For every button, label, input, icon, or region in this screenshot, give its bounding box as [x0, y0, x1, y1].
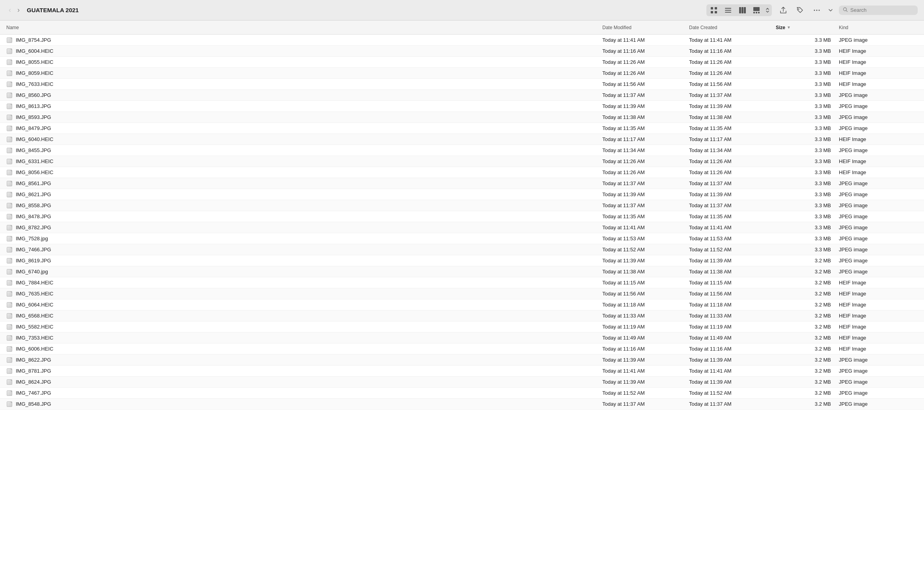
- file-name-cell: IMG_7467.JPG: [6, 390, 602, 396]
- nav-buttons: ‹ ›: [6, 5, 22, 15]
- file-name-cell: IMG_6568.HEIC: [6, 313, 602, 319]
- table-row[interactable]: IMG_8782.JPG Today at 11:41 AM Today at …: [0, 222, 924, 233]
- table-row[interactable]: IMG_8558.JPG Today at 11:37 AM Today at …: [0, 200, 924, 211]
- file-name-cell: IMG_8622.JPG: [6, 357, 602, 363]
- table-row[interactable]: IMG_8560.JPG Today at 11:37 AM Today at …: [0, 90, 924, 101]
- file-name: IMG_8560.JPG: [16, 92, 51, 98]
- file-icon: [6, 368, 13, 374]
- table-row[interactable]: IMG_8056.HEIC Today at 11:26 AM Today at…: [0, 167, 924, 178]
- table-row[interactable]: IMG_8619.JPG Today at 11:39 AM Today at …: [0, 255, 924, 266]
- file-name: IMG_6331.HEIC: [16, 158, 53, 164]
- column-headers: Name Date Modified Date Created Size ▼ K…: [0, 20, 924, 35]
- file-date-created: Today at 11:39 AM: [689, 379, 776, 385]
- table-row[interactable]: IMG_8455.JPG Today at 11:34 AM Today at …: [0, 145, 924, 156]
- view-gallery-button[interactable]: [750, 5, 763, 15]
- search-box[interactable]: [839, 6, 918, 15]
- search-icon: [843, 7, 848, 13]
- table-row[interactable]: IMG_6064.HEIC Today at 11:18 AM Today at…: [0, 299, 924, 310]
- table-row[interactable]: IMG_5582.HEIC Today at 11:19 AM Today at…: [0, 321, 924, 332]
- forward-button[interactable]: ›: [15, 5, 22, 15]
- file-icon: [6, 225, 13, 231]
- table-row[interactable]: IMG_7467.JPG Today at 11:52 AM Today at …: [0, 388, 924, 399]
- table-row[interactable]: IMG_8478.JPG Today at 11:35 AM Today at …: [0, 211, 924, 222]
- back-button[interactable]: ‹: [6, 5, 13, 15]
- table-row[interactable]: IMG_6004.HEIC Today at 11:16 AM Today at…: [0, 46, 924, 57]
- file-date-created: Today at 11:37 AM: [689, 202, 776, 208]
- sort-arrow-icon: ▼: [787, 25, 791, 30]
- file-date-created: Today at 11:34 AM: [689, 147, 776, 153]
- table-row[interactable]: IMG_7353.HEIC Today at 11:49 AM Today at…: [0, 332, 924, 343]
- table-row[interactable]: IMG_7466.JPG Today at 11:52 AM Today at …: [0, 244, 924, 255]
- col-header-date-modified[interactable]: Date Modified: [602, 25, 689, 30]
- table-row[interactable]: IMG_8548.JPG Today at 11:37 AM Today at …: [0, 399, 924, 410]
- table-row[interactable]: IMG_8621.JPG Today at 11:39 AM Today at …: [0, 189, 924, 200]
- file-size: 3.3 MB: [776, 48, 839, 54]
- col-header-size[interactable]: Size ▼: [776, 25, 839, 30]
- file-list: IMG_8754.JPG Today at 11:41 AM Today at …: [0, 35, 924, 583]
- table-row[interactable]: IMG_6740.jpg Today at 11:38 AM Today at …: [0, 266, 924, 277]
- file-date-modified: Today at 11:39 AM: [602, 258, 689, 264]
- file-date-created: Today at 11:41 AM: [689, 368, 776, 374]
- file-name-cell: IMG_6004.HEIC: [6, 48, 602, 54]
- share-button[interactable]: [777, 5, 790, 15]
- table-row[interactable]: IMG_6040.HEIC Today at 11:17 AM Today at…: [0, 134, 924, 145]
- file-icon-img: [7, 335, 12, 341]
- table-row[interactable]: IMG_7633.HEIC Today at 11:56 AM Today at…: [0, 79, 924, 90]
- file-date-modified: Today at 11:16 AM: [602, 346, 689, 352]
- file-date-created: Today at 11:49 AM: [689, 335, 776, 341]
- table-row[interactable]: IMG_7635.HEIC Today at 11:56 AM Today at…: [0, 288, 924, 299]
- svg-point-14: [798, 8, 799, 9]
- file-size: 3.2 MB: [776, 368, 839, 374]
- file-kind: JPEG image: [839, 247, 918, 253]
- file-name-cell: IMG_8613.JPG: [6, 103, 602, 110]
- file-icon: [6, 379, 13, 385]
- file-icon-img: [7, 159, 12, 164]
- file-kind: HEIF Image: [839, 280, 918, 286]
- table-row[interactable]: IMG_8622.JPG Today at 11:39 AM Today at …: [0, 355, 924, 366]
- file-icon: [6, 247, 13, 253]
- table-row[interactable]: IMG_8561.JPG Today at 11:37 AM Today at …: [0, 178, 924, 189]
- col-header-name[interactable]: Name: [6, 25, 602, 30]
- view-column-button[interactable]: [736, 5, 749, 15]
- file-name: IMG_8558.JPG: [16, 202, 51, 208]
- search-input[interactable]: [850, 7, 914, 13]
- view-icon-button[interactable]: [707, 5, 721, 15]
- tag-button[interactable]: [793, 5, 807, 15]
- file-size: 3.2 MB: [776, 280, 839, 286]
- col-header-kind[interactable]: Kind: [839, 25, 918, 30]
- table-row[interactable]: IMG_6331.HEIC Today at 11:26 AM Today at…: [0, 156, 924, 167]
- file-date-modified: Today at 11:26 AM: [602, 158, 689, 164]
- file-name-cell: IMG_8621.JPG: [6, 191, 602, 198]
- table-row[interactable]: IMG_8613.JPG Today at 11:39 AM Today at …: [0, 101, 924, 112]
- table-row[interactable]: IMG_8055.HEIC Today at 11:26 AM Today at…: [0, 57, 924, 68]
- table-row[interactable]: IMG_8754.JPG Today at 11:41 AM Today at …: [0, 35, 924, 46]
- file-icon-img: [7, 126, 12, 131]
- file-size: 3.2 MB: [776, 379, 839, 385]
- file-icon: [6, 136, 13, 143]
- table-row[interactable]: IMG_7884.HEIC Today at 11:15 AM Today at…: [0, 277, 924, 288]
- dropdown-button[interactable]: [827, 7, 834, 13]
- more-button[interactable]: [810, 5, 824, 15]
- col-header-date-created[interactable]: Date Created: [689, 25, 776, 30]
- table-row[interactable]: IMG_8624.JPG Today at 11:39 AM Today at …: [0, 377, 924, 388]
- view-list-button[interactable]: [721, 5, 735, 15]
- view-more-dropdown[interactable]: [764, 6, 771, 15]
- file-icon-img: [7, 137, 12, 142]
- file-date-modified: Today at 11:38 AM: [602, 114, 689, 120]
- file-date-created: Today at 11:39 AM: [689, 191, 776, 197]
- file-size: 3.3 MB: [776, 214, 839, 219]
- file-icon: [6, 236, 13, 242]
- table-row[interactable]: IMG_8593.JPG Today at 11:38 AM Today at …: [0, 112, 924, 123]
- file-size: 3.3 MB: [776, 70, 839, 76]
- svg-point-16: [816, 9, 818, 11]
- table-row[interactable]: IMG_8781.JPG Today at 11:41 AM Today at …: [0, 366, 924, 377]
- file-date-created: Today at 11:37 AM: [689, 92, 776, 98]
- table-row[interactable]: IMG_6006.HEIC Today at 11:16 AM Today at…: [0, 343, 924, 355]
- table-row[interactable]: IMG_8059.HEIC Today at 11:26 AM Today at…: [0, 68, 924, 79]
- table-row[interactable]: IMG_7528.jpg Today at 11:53 AM Today at …: [0, 233, 924, 244]
- file-name: IMG_8782.JPG: [16, 225, 51, 230]
- table-row[interactable]: IMG_8479.JPG Today at 11:35 AM Today at …: [0, 123, 924, 134]
- svg-rect-9: [744, 7, 746, 13]
- table-row[interactable]: IMG_6568.HEIC Today at 11:33 AM Today at…: [0, 310, 924, 321]
- file-icon: [6, 357, 13, 363]
